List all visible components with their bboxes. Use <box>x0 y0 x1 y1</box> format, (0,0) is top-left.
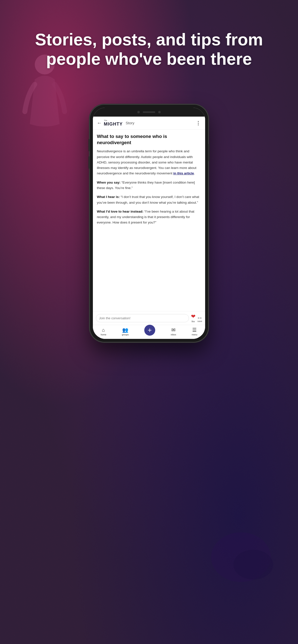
back-arrow-icon[interactable]: ← <box>97 120 102 126</box>
menu-label: menu <box>192 334 197 336</box>
home-icon: ⌂ <box>102 327 105 333</box>
power-button <box>208 144 210 161</box>
speaker-pill <box>143 112 155 113</box>
volume-up-button <box>88 139 90 151</box>
logo-mighty: MIGHTY <box>104 122 123 126</box>
volume-down-button <box>88 156 90 169</box>
create-button[interactable]: + <box>144 325 155 336</box>
header-story-label: Story <box>126 121 134 125</box>
article-intro: Neurodivergence is an umbrella term for … <box>97 148 201 176</box>
svg-point-2 <box>233 550 273 580</box>
menu-icon: ☰ <box>192 327 197 333</box>
para3-label: What I’d love to hear instead: <box>97 210 144 213</box>
article-body: What to say to someone who is neurodiver… <box>93 130 205 311</box>
article-para1: When you say: “Everyone thinks they have… <box>97 180 201 191</box>
notch-bar <box>93 108 205 116</box>
phone-frame: ← The MIGHTY Story ⋮ What to say to some… <box>89 104 209 342</box>
app-header: ← The MIGHTY Story ⋮ <box>93 116 205 130</box>
like-button[interactable]: ❤ like <box>191 313 195 323</box>
conversation-input[interactable] <box>96 314 189 322</box>
phone-wrapper: ← The MIGHTY Story ⋮ What to say to some… <box>89 104 209 342</box>
nav-home[interactable]: ⌂ home <box>101 327 106 336</box>
para1-label: When you say: <box>97 180 120 184</box>
groups-label: groups <box>122 334 129 336</box>
hero-heading: Stories, posts, and tips from people who… <box>0 30 298 68</box>
inbox-icon: ✉ <box>171 327 176 333</box>
bottom-nav: ⌂ home 👥 groups + ✉ inbox ☰ menu <box>93 325 205 339</box>
notch <box>132 109 166 115</box>
para2-label: What I hear is: <box>97 195 120 199</box>
intro-end: . <box>194 172 195 175</box>
bookmark-icon: ⚋ <box>197 314 202 320</box>
save-label: save <box>197 320 202 322</box>
nav-groups[interactable]: 👥 groups <box>122 327 129 336</box>
article-para3: What I’d love to hear instead: “I’ve bee… <box>97 209 201 226</box>
sensor-dot <box>158 111 161 113</box>
camera-dot <box>137 111 140 113</box>
like-label: like <box>191 320 195 323</box>
phone-screen: ← The MIGHTY Story ⋮ What to say to some… <box>93 108 205 339</box>
app-content: ← The MIGHTY Story ⋮ What to say to some… <box>93 116 205 339</box>
nav-inbox[interactable]: ✉ inbox <box>171 327 176 336</box>
inbox-label: inbox <box>171 334 176 336</box>
groups-icon: 👥 <box>122 327 128 333</box>
mighty-logo: The MIGHTY <box>104 120 123 126</box>
heart-icon: ❤ <box>191 313 195 320</box>
save-button[interactable]: ⚋ save <box>197 314 202 322</box>
article-title: What to say to someone who is neurodiver… <box>97 134 201 146</box>
article-para2: What I hear is: “I don’t trust that you … <box>97 194 201 206</box>
logo-the: The <box>104 120 107 122</box>
nav-menu[interactable]: ☰ menu <box>192 327 197 336</box>
article-link[interactable]: in this article <box>173 172 194 175</box>
home-label: home <box>101 334 106 336</box>
decorative-blob <box>204 520 278 594</box>
header-left: ← The MIGHTY Story <box>97 120 134 126</box>
bottom-bar: ❤ like ⚋ save <box>93 311 205 325</box>
more-options-icon[interactable]: ⋮ <box>196 120 201 126</box>
